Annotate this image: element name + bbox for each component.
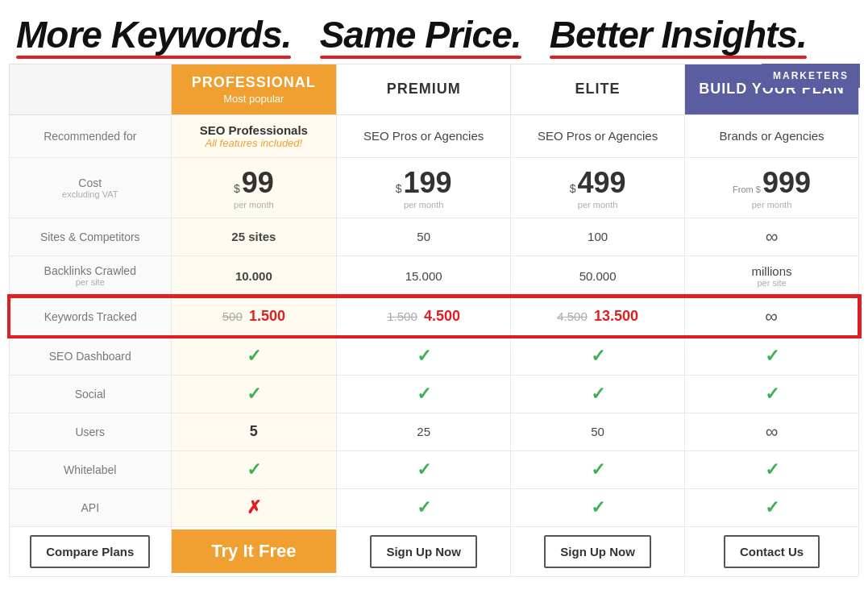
compare-plans-cell[interactable]: Compare Plans [10, 526, 172, 576]
backlinks-build: millions per site [685, 255, 859, 297]
whitelabel-row: Whitelabel ✓ ✓ ✓ ✓ [10, 450, 859, 488]
api-build: ✓ [685, 488, 859, 526]
backlinks-premium: 15.000 [337, 255, 511, 297]
keywords-pro-old: 500 [222, 309, 243, 323]
sites-pro: 25 sites [171, 218, 337, 255]
col-header-premium: PREMIUM [337, 64, 511, 114]
keywords-premium-old: 1.500 [387, 309, 417, 323]
keywords-label: Keywords Tracked [10, 297, 172, 336]
seo-elite: ✓ [511, 336, 685, 375]
keywords-elite-old: 4.500 [557, 309, 588, 323]
backlinks-row: Backlinks Crawled per site 10.000 15.000… [10, 255, 859, 297]
cost-premium: $ 199 per month [337, 157, 511, 218]
users-elite: 50 [511, 413, 685, 450]
keywords-pro-new: 1.500 [249, 308, 285, 324]
recommended-elite: SEO Pros or Agencies [511, 114, 685, 157]
whitelabel-build: ✓ [685, 450, 859, 488]
social-build: ✓ [685, 375, 859, 413]
social-label: Social [10, 375, 172, 413]
pricing-table: PROFESSIONAL Most popular PREMIUM ELITE … [8, 64, 860, 577]
users-row: Users 5 25 50 ∞ [10, 413, 859, 450]
api-row: API ✗ ✓ ✓ ✓ [10, 488, 859, 526]
backlinks-label: Backlinks Crawled per site [10, 255, 172, 297]
sites-elite: 100 [511, 218, 685, 255]
plan-header-row: PROFESSIONAL Most popular PREMIUM ELITE … [10, 64, 859, 114]
social-row: Social ✓ ✓ ✓ ✓ [10, 375, 859, 413]
title-part3: Better Insights. [550, 15, 807, 56]
social-elite: ✓ [511, 375, 685, 413]
api-label: API [10, 488, 172, 526]
recommended-build: Brands or Agencies [685, 114, 859, 157]
seo-dashboard-row: SEO Dashboard ✓ ✓ ✓ ✓ [10, 336, 859, 375]
signup-premium-cell[interactable]: Sign Up Now [337, 526, 511, 576]
seo-premium: ✓ [337, 336, 511, 375]
users-build: ∞ [685, 413, 859, 450]
api-pro: ✗ [171, 488, 337, 526]
keywords-pro: 500 1.500 [171, 297, 337, 336]
social-pro: ✓ [171, 375, 337, 413]
signup-elite-cell[interactable]: Sign Up Now [511, 526, 685, 576]
sites-row: Sites & Competitors 25 sites 50 100 ∞ [10, 218, 859, 255]
sites-premium: 50 [337, 218, 511, 255]
keywords-build: ∞ [685, 297, 859, 336]
api-premium: ✓ [337, 488, 511, 526]
social-premium: ✓ [337, 375, 511, 413]
whitelabel-elite: ✓ [511, 450, 685, 488]
pro-plan-subtitle: Most popular [180, 93, 329, 105]
users-label: Users [10, 413, 172, 450]
sites-label: Sites & Competitors [10, 218, 172, 255]
try-free-button[interactable]: Try It Free [172, 529, 337, 573]
cost-build: From $ 999 per month [685, 157, 859, 218]
pricing-section: MARKETERS PROFESSIONAL Most popular PREM… [8, 64, 860, 577]
whitelabel-pro: ✓ [171, 450, 337, 488]
recommended-pro-subtitle: All features included! [183, 137, 326, 149]
col-header-elite: ELITE [511, 64, 685, 114]
users-premium: 25 [337, 413, 511, 450]
api-elite: ✓ [511, 488, 685, 526]
cost-label: Cost excluding VAT [10, 157, 172, 218]
keywords-row: Keywords Tracked 500 1.500 1.500 4.500 4… [10, 297, 859, 336]
signup-premium-button[interactable]: Sign Up Now [370, 535, 477, 568]
cost-elite: $ 499 per month [511, 157, 685, 218]
try-free-cell[interactable]: Try It Free [171, 526, 337, 576]
sites-build: ∞ [685, 218, 859, 255]
whitelabel-premium: ✓ [337, 450, 511, 488]
recommended-pro: SEO Professionals All features included! [171, 114, 337, 157]
keywords-elite-new: 13.500 [594, 308, 638, 324]
backlinks-elite: 50.000 [511, 255, 685, 297]
pro-plan-name: PROFESSIONAL [180, 74, 329, 91]
recommended-label: Recommended for [10, 114, 172, 157]
seo-pro: ✓ [171, 336, 337, 375]
users-pro: 5 [171, 413, 337, 450]
recommended-premium: SEO Pros or Agencies [337, 114, 511, 157]
keywords-premium: 1.500 4.500 [337, 297, 511, 336]
recommended-pro-title: SEO Professionals [200, 123, 308, 137]
contact-us-cell[interactable]: Contact Us [685, 526, 859, 576]
contact-us-button[interactable]: Contact Us [724, 535, 820, 568]
whitelabel-label: Whitelabel [10, 450, 172, 488]
page-header: More Keywords. Same Price. Better Insigh… [0, 0, 868, 64]
backlinks-pro: 10.000 [171, 255, 337, 297]
page-title: More Keywords. Same Price. Better Insigh… [16, 15, 852, 56]
keywords-elite: 4.500 13.500 [511, 297, 685, 336]
empty-header [10, 64, 172, 114]
cost-pro: $ 99 per month [171, 157, 337, 218]
compare-plans-button[interactable]: Compare Plans [30, 535, 150, 568]
title-part1: More Keywords. [16, 15, 291, 56]
seo-build: ✓ [685, 336, 859, 375]
marketers-badge: MARKETERS [762, 64, 860, 88]
seo-label: SEO Dashboard [10, 336, 172, 375]
col-header-pro: PROFESSIONAL Most popular [171, 64, 337, 114]
recommended-row: Recommended for SEO Professionals All fe… [10, 114, 859, 157]
cta-row: Compare Plans Try It Free Sign Up Now Si… [10, 526, 859, 576]
signup-elite-button[interactable]: Sign Up Now [544, 535, 651, 568]
cost-row: Cost excluding VAT $ 99 per month $ 199 … [10, 157, 859, 218]
keywords-premium-new: 4.500 [424, 308, 460, 324]
title-part2: Same Price. [320, 15, 521, 56]
